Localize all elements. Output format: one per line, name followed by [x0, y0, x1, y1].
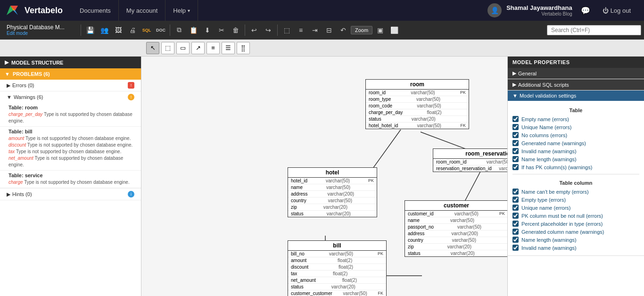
check-col-unique-name-input[interactable]: [512, 205, 519, 211]
table-customer[interactable]: customer customer_idvarchar(50)PK nameva…: [405, 200, 507, 257]
check-invalid-name-input[interactable]: [512, 148, 519, 154]
check-col-invalid-name-input[interactable]: [512, 245, 519, 251]
check-col-empty-name: Name can't be empty (errors): [512, 188, 639, 196]
check-generated-name-input[interactable]: [512, 140, 519, 146]
canvas[interactable]: room room_idvarchar(50)PK room_typevarch…: [141, 57, 507, 296]
check-empty-name-input[interactable]: [512, 116, 519, 122]
nav-my-account[interactable]: My account: [119, 0, 165, 21]
table-bill-item: Table: bill amount Type is not supported…: [0, 127, 141, 171]
logo-text: Vertabelo: [25, 6, 63, 16]
image-button[interactable]: 🖼: [112, 24, 125, 37]
view2-button[interactable]: ⬜: [388, 24, 401, 37]
warnings-header[interactable]: ▼ Warnings (6) !: [0, 91, 141, 103]
hints-header[interactable]: ▶ Hints (0) i: [0, 189, 141, 200]
view1-button[interactable]: ▣: [373, 24, 387, 37]
check-empty-name: Empty name (errors): [512, 115, 639, 123]
model-validation-section: ▼ Model validation settings Table Empty …: [508, 90, 644, 256]
table-bill[interactable]: bill bill_novarchar(50)PK amountfloat(2)…: [288, 240, 387, 296]
toolbar-separator-2: [170, 25, 170, 36]
problems-header[interactable]: ▼ PROBLEMS (6): [0, 68, 141, 80]
cut-button[interactable]: ✂: [215, 24, 228, 37]
table-row: room_idvarchar(50)PK: [366, 90, 469, 96]
text-tool[interactable]: ≡: [206, 42, 220, 54]
relation-tool[interactable]: ⣿: [237, 42, 250, 54]
additional-sql-header[interactable]: ▶ Additional SQL scripts: [508, 79, 644, 90]
rect-select-tool[interactable]: ⬚: [161, 42, 174, 54]
model-properties-header: MODEL PROPERTIES: [508, 57, 644, 68]
check-unique-name-input[interactable]: [512, 124, 519, 130]
table-room[interactable]: room room_idvarchar(50)PK room_typevarch…: [365, 79, 469, 129]
sql-button[interactable]: SQL: [140, 24, 153, 37]
copy-button[interactable]: ⧉: [173, 24, 186, 37]
logout-button[interactable]: ⏻ Log out: [599, 5, 635, 16]
nav-documents[interactable]: Documents: [72, 0, 119, 21]
paste-button[interactable]: 📋: [187, 24, 200, 37]
check-col-empty-name-input[interactable]: [512, 189, 519, 195]
table-row: namevarchar(50): [288, 184, 377, 191]
table-row: countryvarchar(50): [288, 197, 377, 204]
redo-button[interactable]: ↪: [262, 24, 275, 37]
undo-button[interactable]: ↩: [248, 24, 261, 37]
arrow-icon-2: ▼: [5, 71, 10, 77]
table-room-reservation[interactable]: room_reservation room_room_idvarchar(50)…: [433, 148, 507, 172]
model-structure-header[interactable]: ▶ MODEL STRUCTURE: [0, 57, 141, 68]
arrow-icon: ▶: [5, 59, 8, 66]
distribute-button[interactable]: ⊟: [322, 24, 336, 37]
table-bill-title: Table: bill: [8, 129, 136, 134]
check-name-length: Name length (warnings): [512, 155, 639, 163]
check-col-empty-type-input[interactable]: [512, 197, 519, 203]
align-left-button[interactable]: ≡: [294, 24, 307, 37]
check-pk-column-input[interactable]: [512, 164, 519, 170]
save-button[interactable]: 💾: [83, 24, 97, 37]
document-title: Physical Database M... Edit mode: [3, 24, 78, 36]
right-panel: MODEL PROPERTIES ▶ General ▶ Additional …: [507, 57, 644, 296]
table-customer-header: customer: [405, 201, 507, 211]
delete-button[interactable]: 🗑: [229, 24, 242, 37]
table-row: reservation_reservation_idvarchar(50)PK …: [433, 165, 507, 172]
table-row: passport_novarchar(50): [405, 224, 507, 230]
table-hotel-header: hotel: [288, 168, 377, 178]
align-right-button[interactable]: ⇥: [308, 24, 322, 37]
nav-help[interactable]: Help ▾: [165, 0, 198, 21]
table-tool[interactable]: ▭: [176, 42, 190, 54]
arrow-right-icon-2: ▶: [512, 82, 516, 88]
select-tool[interactable]: ↖: [146, 42, 159, 54]
check-name-length-input[interactable]: [512, 156, 519, 162]
main-toolbar: Physical Database M... Edit mode 💾 👥 🖼 🖨…: [0, 21, 644, 40]
check-col-generated-name: Generated column name (warnings): [512, 228, 639, 236]
errors-header[interactable]: ▶ Errors (0) !: [0, 80, 141, 91]
check-no-columns-input[interactable]: [512, 132, 519, 138]
vertabelo-logo-icon: [5, 2, 22, 19]
top-navigation: Vertabelo Documents My account Help ▾ 👤 …: [0, 0, 644, 21]
column-group-label: Table column: [512, 177, 639, 188]
table-hotel[interactable]: hotel hotel_idvarchar(50)PK namevarchar(…: [288, 167, 377, 217]
users-button[interactable]: 👥: [98, 24, 111, 37]
table-row: addressvarchar(200): [405, 230, 507, 237]
model-validation-header[interactable]: ▼ Model validation settings: [508, 90, 644, 101]
table-row: hotel_hotel_idvarchar(50)FK: [366, 123, 469, 129]
doc-button[interactable]: DOC: [154, 24, 167, 37]
connector-tool[interactable]: ↗: [191, 42, 205, 54]
general-section: ▶ General: [508, 68, 644, 79]
check-col-invalid-name: Invalid name (warnings): [512, 244, 639, 252]
import-button[interactable]: ⬇: [201, 24, 214, 37]
search-input[interactable]: [547, 25, 641, 35]
check-col-name-length-input[interactable]: [512, 237, 519, 243]
check-col-generated-name-input[interactable]: [512, 229, 519, 235]
table-row: room_codevarchar(50): [366, 103, 469, 109]
table-row: addressvarchar(200): [288, 191, 377, 197]
check-col-percent-input[interactable]: [512, 221, 519, 227]
note-tool[interactable]: ☰: [222, 42, 235, 54]
check-generated-name: Generated name (warnings): [512, 139, 639, 147]
general-section-header[interactable]: ▶ General: [508, 68, 644, 79]
left-panel: ▶ MODEL STRUCTURE ▼ PROBLEMS (6) ▶ Error…: [0, 57, 141, 296]
check-col-pk-notnull-input[interactable]: [512, 213, 519, 219]
messages-button[interactable]: 💬: [577, 4, 594, 17]
rotate-button[interactable]: ↶: [337, 24, 350, 37]
arrow-right-icon: ▶: [512, 70, 516, 76]
error-badge: !: [128, 82, 134, 89]
table-row: room_typevarchar(50): [366, 96, 469, 103]
select-button[interactable]: ⬚: [280, 24, 293, 37]
zoom-button[interactable]: Zoom: [351, 26, 372, 34]
print-button[interactable]: 🖨: [126, 24, 139, 37]
